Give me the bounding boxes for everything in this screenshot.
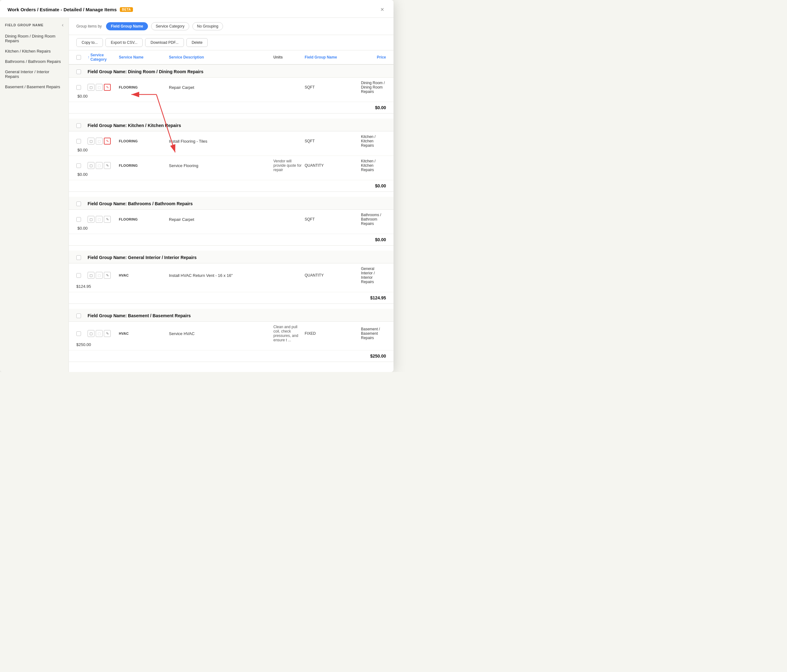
service-name: Install Flooring - Tiles bbox=[169, 139, 273, 144]
edit-icon[interactable]: ✎ bbox=[104, 330, 111, 337]
photo-icon[interactable]: ▢ bbox=[96, 138, 103, 144]
edit-icon[interactable]: ✎ bbox=[104, 216, 111, 223]
field-group: General Interior / Interior Repairs bbox=[361, 267, 386, 284]
group-heading-text-dining-room: Field Group Name: Dining Room / Dining R… bbox=[88, 69, 386, 74]
field-group: Dining Room / Dining Room Repairs bbox=[361, 81, 386, 94]
edit-icon[interactable]: ✎ bbox=[104, 84, 111, 91]
image-icon[interactable]: ▢ bbox=[88, 330, 95, 337]
table-row: ▢ ▢ ✎ FLOORING Repair Carpet SQFT Bathro… bbox=[69, 210, 394, 234]
th-service-category[interactable]: ↑ Service Category bbox=[88, 53, 119, 62]
units: QUANTITY bbox=[305, 273, 361, 277]
sidebar-title: FIELD GROUP NAME bbox=[5, 23, 43, 27]
field-group: Bathrooms / Bathroom Repairs bbox=[361, 213, 386, 226]
units: SQFT bbox=[305, 139, 361, 143]
category-tag: HVAC bbox=[119, 332, 169, 335]
th-units: Units bbox=[273, 55, 305, 59]
row-checkbox[interactable] bbox=[76, 163, 81, 168]
photo-icon[interactable]: ▢ bbox=[96, 162, 103, 169]
table-row: ▢ ▢ ✎ FLOORING Repair Carpet SQFT Dining… bbox=[69, 77, 394, 102]
service-desc: Vendor will provide quote for repair bbox=[273, 159, 305, 172]
table-row: ▢ ▢ ✎ HVAC Install HVAC Return Vent - 16… bbox=[69, 263, 394, 292]
close-button[interactable]: × bbox=[378, 6, 386, 13]
subtotal-amount: $0.00 bbox=[361, 183, 386, 188]
field-group: Basement / Basement Repairs bbox=[361, 327, 386, 340]
sidebar: FIELD GROUP NAME ‹ Dining Room / Dining … bbox=[0, 18, 69, 372]
photo-icon[interactable]: ▢ bbox=[96, 272, 103, 279]
row-checkbox[interactable] bbox=[76, 139, 81, 144]
group-by-service-category[interactable]: Service Category bbox=[151, 22, 189, 30]
sidebar-header: FIELD GROUP NAME ‹ bbox=[0, 18, 68, 31]
row-checkbox[interactable] bbox=[76, 273, 81, 278]
service-name: Service Flooring bbox=[169, 163, 273, 168]
group-checkbox-dining-room[interactable] bbox=[76, 70, 81, 74]
group-general-interior: Field Group Name: General Interior / Int… bbox=[69, 251, 394, 304]
group-heading-general-interior: Field Group Name: General Interior / Int… bbox=[69, 251, 394, 263]
field-group: Kitchen / Kitchen Repairs bbox=[361, 159, 386, 172]
sidebar-item-bathrooms[interactable]: Bathrooms / Bathroom Repairs bbox=[0, 56, 68, 66]
subtotal-bathrooms: $0.00 bbox=[69, 234, 394, 245]
image-icon[interactable]: ▢ bbox=[88, 84, 95, 91]
edit-icon[interactable]: ✎ bbox=[104, 162, 111, 169]
sidebar-item-dining-room[interactable]: Dining Room / Dining Room Repairs bbox=[0, 31, 68, 46]
select-all-checkbox[interactable] bbox=[76, 55, 81, 60]
units: SQFT bbox=[305, 217, 361, 221]
beta-badge: BETA bbox=[120, 7, 133, 12]
group-checkbox-general-interior[interactable] bbox=[76, 255, 81, 260]
subtotal-kitchen: $0.00 bbox=[69, 180, 394, 192]
photo-icon[interactable]: ▢ bbox=[96, 216, 103, 223]
edit-icon[interactable]: ✎ bbox=[104, 138, 111, 144]
group-heading-dining-room: Field Group Name: Dining Room / Dining R… bbox=[69, 65, 394, 77]
price: $124.95 bbox=[76, 284, 88, 289]
sidebar-item-kitchen[interactable]: Kitchen / Kitchen Repairs bbox=[0, 46, 68, 56]
row-icons: ▢ ▢ ✎ bbox=[88, 330, 119, 337]
toolbar: Copy to... Export to CSV... Download PDF… bbox=[69, 35, 394, 51]
service-name: Repair Carpet bbox=[169, 85, 273, 90]
subtotal-amount: $250.00 bbox=[361, 354, 386, 359]
sort-up-icon: ↑ bbox=[88, 55, 90, 59]
category-tag: FLOORING bbox=[119, 85, 169, 89]
table-header: ↑ Service Category Service Name Service … bbox=[69, 51, 394, 65]
sidebar-collapse-button[interactable]: ‹ bbox=[62, 22, 63, 28]
image-icon[interactable]: ▢ bbox=[88, 216, 95, 223]
copy-to-button[interactable]: Copy to... bbox=[76, 38, 103, 47]
row-icons: ▢ ▢ ✎ bbox=[88, 272, 119, 279]
group-by-no-grouping[interactable]: No Grouping bbox=[192, 22, 223, 30]
row-checkbox[interactable] bbox=[76, 85, 81, 90]
export-csv-button[interactable]: Export to CSV... bbox=[106, 38, 143, 47]
group-by-label: Group items by bbox=[76, 24, 102, 28]
group-checkbox-kitchen[interactable] bbox=[76, 123, 81, 128]
modal-title: Work Orders / Estimate - Detailed / Mana… bbox=[8, 7, 133, 12]
main-content: Group items by Field Group Name Service … bbox=[69, 18, 394, 372]
sidebar-item-general-interior[interactable]: General Interior / Interior Repairs bbox=[0, 66, 68, 82]
group-checkbox-basement[interactable] bbox=[76, 313, 81, 318]
modal: Work Orders / Estimate - Detailed / Mana… bbox=[0, 0, 394, 372]
row-icons: ▢ ▢ ✎ bbox=[88, 216, 119, 223]
group-heading-text-kitchen: Field Group Name: Kitchen / Kitchen Repa… bbox=[88, 123, 386, 128]
photo-icon[interactable]: ▢ bbox=[96, 330, 103, 337]
price: $250.00 bbox=[76, 342, 88, 347]
group-heading-text-bathrooms: Field Group Name: Bathrooms / Bathroom R… bbox=[88, 201, 386, 206]
subtotal-amount: $124.95 bbox=[361, 295, 386, 300]
image-icon[interactable]: ▢ bbox=[88, 138, 95, 144]
group-checkbox-bathrooms[interactable] bbox=[76, 201, 81, 206]
th-field-group-name: Field Group Name bbox=[305, 55, 361, 59]
sidebar-item-basement[interactable]: Basement / Basement Repairs bbox=[0, 82, 68, 92]
category-tag: HVAC bbox=[119, 274, 169, 277]
group-heading-text-basement: Field Group Name: Basement / Basement Re… bbox=[88, 313, 386, 318]
th-price: Price bbox=[361, 55, 386, 59]
th-service-name: Service Name bbox=[119, 55, 169, 59]
delete-button[interactable]: Delete bbox=[186, 38, 208, 47]
group-by-field-group-name[interactable]: Field Group Name bbox=[106, 22, 148, 30]
download-pdf-button[interactable]: Download PDF... bbox=[145, 38, 183, 47]
image-icon[interactable]: ▢ bbox=[88, 162, 95, 169]
modal-body: FIELD GROUP NAME ‹ Dining Room / Dining … bbox=[0, 18, 394, 372]
image-icon[interactable]: ▢ bbox=[88, 272, 95, 279]
row-checkbox[interactable] bbox=[76, 217, 81, 222]
photo-icon[interactable]: ▢ bbox=[96, 84, 103, 91]
table-row: ▢ ▢ ✎ FLOORING Service Flooring Vendor w… bbox=[69, 156, 394, 180]
subtotal-basement: $250.00 bbox=[69, 350, 394, 362]
units: QUANTITY bbox=[305, 163, 361, 168]
service-name: Repair Carpet bbox=[169, 217, 273, 222]
edit-icon[interactable]: ✎ bbox=[104, 272, 111, 279]
row-checkbox[interactable] bbox=[76, 331, 81, 336]
